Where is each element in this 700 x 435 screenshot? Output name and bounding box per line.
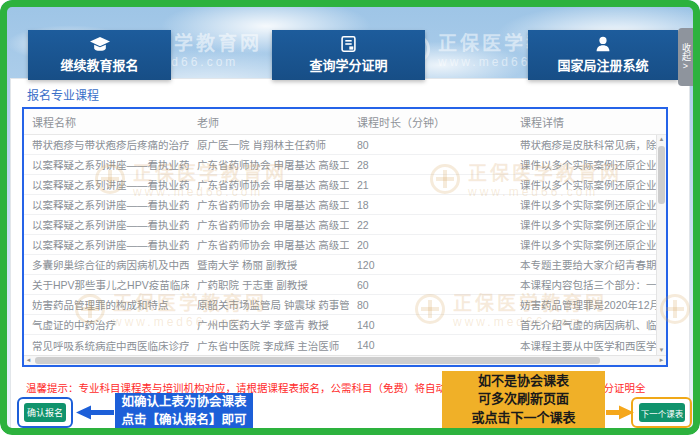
nav-continuing-education-button[interactable]: 继续教育报名 <box>28 30 171 80</box>
cell-minutes: 21 <box>349 179 512 191</box>
table-row[interactable]: 以案释疑之系列讲座——看执业药师应知应...广东省药师协会 申屠基达 高级工程师… <box>24 175 666 195</box>
table-row[interactable]: 多囊卵巢综合征的病因病机及中西医治疗暨南大学 杨丽 副教授120本专题主要给大家… <box>24 255 666 275</box>
annotation-line: 点击【确认报名】即可 <box>121 412 246 430</box>
cell-minutes: 140 <box>349 319 512 331</box>
cell-name: 关于HPV那些事儿之HPV疫苗临床应用专家... <box>24 277 189 292</box>
cell-teacher: 暨南大学 杨丽 副教授 <box>189 257 349 272</box>
credit-certificate-icon <box>341 36 356 52</box>
panel-title: 报名专业课程 <box>27 86 99 103</box>
cell-teacher: 广东省药师协会 申屠基达 高级工程师 <box>189 217 349 232</box>
vertical-scrollbar[interactable]: ▲ ▼ <box>656 135 666 355</box>
nav-button-label: 国家局注册系统 <box>557 55 648 74</box>
table-row[interactable]: 气虚证的中药治疗广州中医药大学 李盛青 教授140首先介绍气虚的病因病机、临床症… <box>24 315 666 335</box>
chevron-right-icon: > <box>683 61 688 72</box>
cell-detail: 课件以多个实际案例还原企业经营过程中的... <box>512 177 666 192</box>
table-row[interactable]: 以案释疑之系列讲座——看执业药师应知应...广东省药师协会 申屠基达 高级工程师… <box>24 215 666 235</box>
graduation-cap-icon <box>90 36 110 52</box>
table-row[interactable]: 常见呼吸系统病症中西医临床诊疗广东省中医院 李成辉 主治医师140本课程主要从中… <box>24 335 666 355</box>
cell-detail: 首先介绍气虚的病因病机、临床症状表现，... <box>512 317 666 332</box>
table-row[interactable]: 关于HPV那些事儿之HPV疫苗临床应用专家...广药职院 于志重 副教授60本课… <box>24 275 666 295</box>
cell-teacher: 广东省中医院 李成辉 主治医师 <box>189 338 349 353</box>
table-header-row: 课程名称 老师 课程时长（分钟） 课程详情 <box>24 109 666 135</box>
annotation-line: 或点击下一个课表 <box>471 409 575 427</box>
cell-minutes: 120 <box>349 259 512 271</box>
cell-name: 以案释疑之系列讲座——看执业药师应知应... <box>24 217 189 232</box>
cell-detail: 课件以多个实际案例还原企业经营过程中的... <box>512 237 666 252</box>
column-header-course-name: 课程名称 <box>24 114 189 130</box>
cell-detail: 本课程内容包括三个部分：一、简单的介绍... <box>512 277 666 292</box>
table-row[interactable]: 带状疱疹与带状疱疹后疼痛的治疗原广医一院 肖翔林主任药师80带状疱疹是皮肤科常见… <box>24 135 666 155</box>
annotation-line: 可多次刷新页面 <box>478 390 569 408</box>
collapse-label: 收起 <box>680 43 691 61</box>
cell-minutes: 22 <box>349 219 512 231</box>
cell-teacher: 广东省药师协会 申屠基达 高级工程师 <box>189 157 349 172</box>
cell-minutes: 80 <box>349 299 512 311</box>
cell-detail: 本专题主要给大家介绍青春期及育龄妇女常... <box>512 257 666 272</box>
cell-detail: 妨害药品管理罪是2020年12月《刑法修正案... <box>512 297 666 312</box>
cell-teacher: 原广医一院 肖翔林主任药师 <box>189 137 349 152</box>
cell-teacher: 广州中医药大学 李盛青 教授 <box>189 317 349 332</box>
column-header-detail: 课程详情 <box>512 114 666 130</box>
scroll-right-icon[interactable]: ► <box>657 356 666 365</box>
cell-name: 以案释疑之系列讲座——看执业药师应知应... <box>24 197 189 212</box>
table-row[interactable]: 妨害药品管理罪的构成和特点原韶关市场监管局 钟震球 药事管理专家80妨害药品管理… <box>24 295 666 315</box>
cell-name: 以案释疑之系列讲座——看执业药师应知应... <box>24 157 189 172</box>
scroll-down-icon[interactable]: ▼ <box>657 346 666 355</box>
cell-name: 多囊卵巢综合征的病因病机及中西医治疗 <box>24 257 189 272</box>
vertical-scrollbar-thumb[interactable] <box>658 146 665 204</box>
nav-button-label: 查询学分证明 <box>309 55 387 74</box>
page: 继续教育报名 查询学分证明 国家局注册系统 收起 > 报名专业课程 课程名称 老… <box>0 0 700 435</box>
cell-detail: 课件以多个实际案例还原企业经营过程中的... <box>512 217 666 232</box>
cell-detail: 带状疱疹是皮肤科常见病，除皮肤损害外，... <box>512 137 666 152</box>
scroll-left-icon[interactable]: ◄ <box>24 356 33 365</box>
table-row[interactable]: 以案释疑之系列讲座——看执业药师应知应...广东省药师协会 申屠基达 高级工程师… <box>24 155 666 175</box>
column-header-duration: 课程时长（分钟） <box>349 114 512 130</box>
column-header-teacher: 老师 <box>189 114 349 130</box>
cell-teacher: 广东省药师协会 申屠基达 高级工程师 <box>189 197 349 212</box>
cell-minutes: 140 <box>349 339 512 351</box>
horizontal-scrollbar[interactable]: ◄ ► <box>24 355 666 365</box>
cell-teacher: 广药职院 于志重 副教授 <box>189 277 349 292</box>
cell-teacher: 广东省药师协会 申屠基达 高级工程师 <box>189 237 349 252</box>
confirm-signup-button[interactable]: 确认报名 <box>24 403 66 422</box>
cell-minutes: 60 <box>349 279 512 291</box>
arrow-left-icon <box>76 405 114 424</box>
cell-detail: 课件以多个实际案例还原企业经营过程中的... <box>512 197 666 212</box>
annotation-line: 如确认上表为协会课表 <box>121 394 246 412</box>
confirm-annotation: 如确认上表为协会课表 点击【确认报名】即可 <box>115 393 253 430</box>
table-row[interactable]: 以案释疑之系列讲座——看执业药师应知应...广东省药师协会 申屠基达 高级工程师… <box>24 195 666 215</box>
cell-detail: 本课程主要从中医学和西医学角度，分别简... <box>512 338 666 353</box>
cell-name: 以案释疑之系列讲座——看执业药师应知应... <box>24 237 189 252</box>
cell-minutes: 18 <box>349 199 512 211</box>
cell-name: 带状疱疹与带状疱疹后疼痛的治疗 <box>24 137 189 152</box>
horizontal-scrollbar-thumb[interactable] <box>35 357 600 364</box>
nav-national-registry-button[interactable]: 国家局注册系统 <box>528 30 678 80</box>
nav-credit-certificate-button[interactable]: 查询学分证明 <box>272 30 425 80</box>
course-table: 课程名称 老师 课程时长（分钟） 课程详情 带状疱疹与带状疱疹后疼痛的治疗原广医… <box>22 107 668 367</box>
cell-minutes: 28 <box>349 159 512 171</box>
nav-button-label: 继续教育报名 <box>60 55 138 74</box>
next-annotation: 如不是协会课表 可多次刷新页面 或点击下一个课表 <box>442 371 605 428</box>
next-timetable-button[interactable]: 下一个课表 <box>639 403 685 422</box>
collapse-panel-tab[interactable]: 收起 > <box>678 28 693 86</box>
cell-minutes: 20 <box>349 239 512 251</box>
person-icon <box>595 36 611 52</box>
cell-name: 常见呼吸系统病症中西医临床诊疗 <box>24 338 189 353</box>
cell-teacher: 广东省药师协会 申屠基达 高级工程师 <box>189 177 349 192</box>
cell-minutes: 80 <box>349 139 512 151</box>
table-row[interactable]: 以案释疑之系列讲座——看执业药师应知应...广东省药师协会 申屠基达 高级工程师… <box>24 235 666 255</box>
course-table-body: 带状疱疹与带状疱疹后疼痛的治疗原广医一院 肖翔林主任药师80带状疱疹是皮肤科常见… <box>24 135 666 355</box>
scroll-up-icon[interactable]: ▲ <box>657 135 666 144</box>
cell-teacher: 原韶关市场监管局 钟震球 药事管理专家 <box>189 297 349 312</box>
cell-detail: 课件以多个实际案例还原企业经营过程中的... <box>512 157 666 172</box>
cell-name: 气虚证的中药治疗 <box>24 317 189 332</box>
cell-name: 以案释疑之系列讲座——看执业药师应知应... <box>24 177 189 192</box>
arrow-right-icon <box>606 405 634 424</box>
cell-name: 妨害药品管理罪的构成和特点 <box>24 297 189 312</box>
annotation-line: 如不是协会课表 <box>478 372 569 390</box>
